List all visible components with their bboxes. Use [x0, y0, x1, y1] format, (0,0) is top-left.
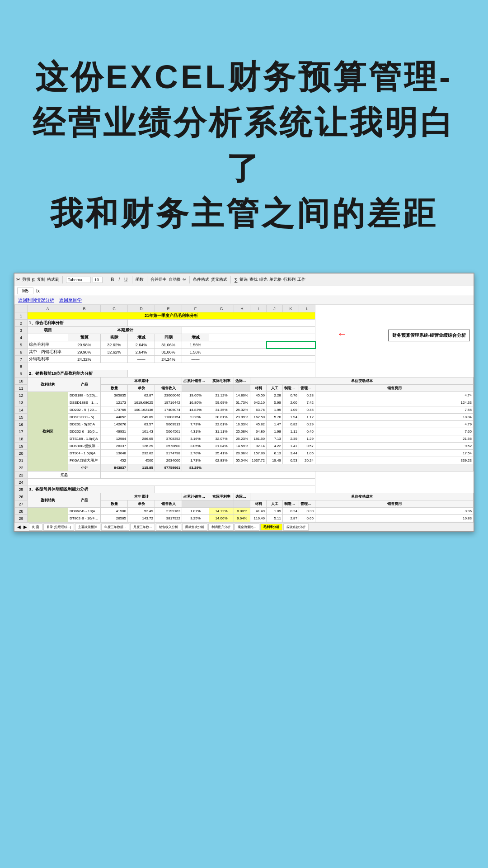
currency-format-label[interactable]: 货元格式 [211, 277, 227, 283]
zoom-label[interactable]: 缩光 [259, 277, 267, 283]
s3-sales-1: 2199163 [155, 508, 182, 515]
s1-period-1: 31.06% [155, 341, 182, 349]
s3-actual-margin: 实际毛利率 [209, 493, 234, 500]
empty [101, 472, 315, 479]
s3-qty: 数量 [101, 500, 128, 508]
sum-label[interactable]: ∑ [234, 277, 238, 283]
s2-price: 单价 [128, 385, 155, 392]
auto-fill-label[interactable]: 自动换 [169, 277, 181, 283]
font-name-input[interactable] [66, 277, 91, 283]
section1-title: 1、综合毛利率分析 [28, 320, 128, 327]
cell-reference[interactable] [17, 288, 33, 294]
copy-icon[interactable]: ⎘ [32, 277, 35, 283]
nav-link-1[interactable]: 近回利润情况分析 [18, 297, 54, 302]
s2-product: 产品 [68, 377, 101, 392]
tab-cashflow[interactable]: 现金流量比... [235, 524, 259, 531]
empty [155, 486, 315, 493]
col-header-d: D [128, 305, 155, 312]
row-num: 20 [15, 450, 28, 457]
s2-product-10: FKGA自猫大用户 [68, 457, 101, 464]
merge-center-label[interactable]: 合并居中 [150, 277, 167, 283]
row-num: 2 [15, 320, 28, 327]
format-label[interactable]: 格式刷 [47, 277, 59, 283]
work-label[interactable]: 工作 [297, 277, 305, 283]
sheet-title: 21年第一季度产品毛利率分析 [28, 312, 315, 320]
title-line2: 经营业绩分析系统让我明白了 [27, 100, 461, 191]
tab-annual[interactable]: 年度三年数据... [101, 524, 129, 531]
condition-format-label[interactable]: 条件格式 [193, 277, 209, 283]
col-header-a: A [28, 305, 68, 312]
s2-mfg-4: 1.94 [283, 414, 299, 421]
s2-product-8: DDS188-慢炊沣菌 - 5(40)A [68, 443, 101, 450]
s2-labor-9: 6.13 [267, 450, 283, 457]
s1-row-2: 6 其中：内销毛利率 29.98% 32.62% 2.64% 31.06% 1.… [15, 349, 474, 356]
s2-data-row-1: 12 盈利区 DDS188 - 5(20)5(30)A 365835 62.87… [15, 392, 474, 399]
underline-button[interactable]: U [123, 277, 129, 283]
empty [128, 320, 315, 327]
s1-row-1: 5 综合毛利率 29.98% 32.62% 2.64% 31.06% 1.56% [15, 341, 474, 349]
s3-sales-pct: 占累计销售收入比率 [182, 493, 209, 500]
empty [182, 385, 209, 392]
s2-qty-5: 142676 [101, 421, 128, 428]
nav-link-2[interactable]: 近回至目学 [59, 297, 82, 302]
s2-price-8: 126.29 [128, 443, 155, 450]
s2-labor-10: 19.49 [267, 457, 283, 464]
tab-cover[interactable]: 封面 [29, 524, 42, 531]
tab-monthly[interactable]: 月度三年数... [130, 524, 155, 531]
empty [209, 464, 474, 472]
cell-style-label[interactable]: 单元格 [269, 277, 282, 283]
s2-product-4: DDSF2000 - 5(20)A [68, 414, 101, 421]
s2-price-7: 286.05 [128, 435, 155, 443]
s2-subtotal-label: 小计 [68, 464, 101, 472]
sort-label[interactable]: 筛选 [239, 277, 248, 283]
s3-pct-2: 3.25% [182, 515, 209, 522]
row-num: 22 [15, 464, 28, 472]
empty [182, 500, 209, 508]
tab-nav-right[interactable]: ▶ [23, 524, 28, 529]
s2-pct-5: 7.73% [182, 421, 209, 428]
s3-price-1: 52.49 [128, 508, 155, 515]
s1-label-2: 其中：内销毛利率 [28, 349, 68, 356]
row-num: 7 [15, 356, 28, 363]
s2-price-10: 4500 [128, 457, 155, 464]
s1-pchange-3: —— [182, 356, 209, 363]
s2-mgmt-2: 7.42 [299, 399, 315, 406]
s2-mat-6: 64.80 [250, 428, 267, 435]
bold-button[interactable]: B [109, 277, 115, 283]
row-col-label[interactable]: 行和列 [283, 277, 296, 283]
s3-mat-2: 110.40 [250, 515, 267, 522]
s2-price-3: 100.162136 [128, 406, 155, 414]
empty [209, 341, 267, 349]
percent-label[interactable]: % [183, 278, 186, 282]
cut-icon[interactable]: ✂ [16, 277, 20, 283]
italic-button[interactable]: I [117, 277, 121, 283]
tab-sales-analysis[interactable]: 销售收入分析 [156, 524, 181, 531]
row-num: 21 [15, 457, 28, 464]
tab-nav-left[interactable]: ◀ [16, 524, 22, 529]
formula-input[interactable] [42, 288, 471, 293]
section2-header-row: 9 2、销售额前10位产品盈利能力分析 [15, 370, 474, 377]
font-size-input[interactable] [93, 277, 103, 283]
s2-sales-pct: 占累计销售收入比率 [182, 377, 209, 385]
tab-receivables[interactable]: 回款售次分析 [182, 524, 207, 531]
s3-profit-area [28, 508, 68, 522]
s1-budget: 预算 [68, 334, 101, 341]
s2-pct-4: 9.38% [182, 414, 209, 421]
s3-product: 产品 [68, 493, 101, 508]
find-label[interactable]: 查找 [249, 277, 258, 283]
s2-subtotal-price: 115.85 [128, 464, 155, 472]
cut-label: 剪切 [22, 277, 30, 283]
tab-profit[interactable]: 利润提升分析 [208, 524, 234, 531]
s2-labor-8: 4.22 [267, 443, 283, 450]
s1-actual-1: 32.62% [101, 341, 128, 349]
s2-mat-10: 1637.72 [250, 457, 267, 464]
row-num: 10 [15, 377, 28, 385]
tab-index[interactable]: 目录 (总经理综...) [43, 524, 74, 531]
tab-margin[interactable]: 毛利率分析 [260, 524, 282, 531]
tab-ar[interactable]: 应收账款分析 [283, 524, 309, 531]
title-row: 1 21年第一季度产品毛利率分析 [15, 312, 474, 320]
tab-budget[interactable]: 主要政策预算 [75, 524, 100, 531]
s2-mgmt-6: 0.46 [299, 428, 315, 435]
s2-pct-2: 16.80% [182, 399, 209, 406]
s2-margin-8: 21.04% [209, 443, 234, 450]
